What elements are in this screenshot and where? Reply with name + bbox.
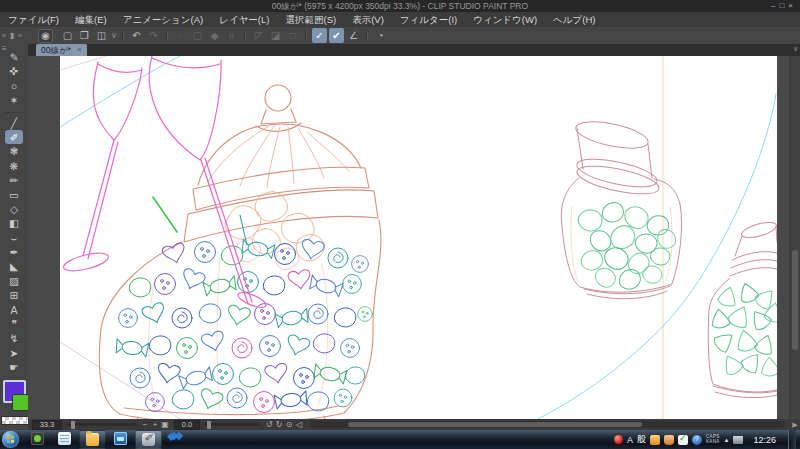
object-tool-icon[interactable]: ➤ [5, 346, 23, 360]
figure-tool-icon[interactable]: ◣ [5, 259, 23, 273]
caps-kana-indicator[interactable]: CAPS KANA [706, 435, 719, 444]
menu-item[interactable]: ファイル(F) [0, 12, 67, 27]
show-desktop-button[interactable] [788, 430, 796, 449]
horizontal-scrollbar[interactable] [310, 421, 784, 428]
divider[interactable] [4, 108, 24, 113]
sub-color-swatch[interactable] [12, 394, 29, 411]
ime-help-icon[interactable] [692, 435, 702, 445]
taskbar-app-blue-media[interactable] [108, 430, 133, 447]
pen-tool-icon[interactable]: ✎ [5, 50, 23, 64]
tray-notification-icon[interactable] [614, 435, 623, 444]
transparent-color-swatch[interactable] [1, 416, 29, 425]
zoom-value[interactable]: 33.3 [32, 420, 62, 430]
new-canvas-icon[interactable]: ▢ [60, 28, 75, 43]
divider[interactable] [122, 30, 124, 41]
airbrush-tool-icon[interactable]: ❃ [5, 144, 23, 158]
taskbar-app-notepad[interactable] [52, 430, 77, 447]
ime-mode-indicator[interactable]: A [627, 435, 633, 445]
correction-line-tool-icon[interactable]: ↯ [5, 331, 23, 345]
divider[interactable] [244, 30, 246, 41]
ime-conversion-indicator[interactable]: 般 [637, 433, 646, 446]
ime-dictionary-icon[interactable] [678, 435, 688, 445]
tablet-driver-icon[interactable] [733, 436, 743, 444]
menu-item[interactable]: ヘルプ(H) [545, 12, 603, 27]
frame-border-tool-icon[interactable]: ⊞ [5, 288, 23, 302]
dock-collapse-left-icon[interactable]: « [0, 28, 8, 43]
clip-studio-support-icon[interactable]: ◔ [373, 28, 388, 43]
save-dropdown-icon[interactable]: ∨ [110, 28, 118, 43]
lasso-tool-icon[interactable]: ○ [5, 79, 23, 93]
eyedropper-tool-icon[interactable]: ╱ [5, 116, 23, 130]
decoration-tool-icon[interactable]: ❋ [5, 159, 23, 173]
rotation-value[interactable]: 0.0 [174, 420, 200, 430]
divider[interactable] [166, 30, 168, 41]
taskbar-app-explorer[interactable] [79, 430, 106, 449]
menu-item[interactable]: 選択範囲(S) [277, 12, 344, 27]
taskbar-app-green-tool[interactable] [25, 430, 50, 447]
open-file-icon[interactable]: ❒ [77, 28, 92, 43]
rotate-left-icon[interactable]: ↺ [264, 420, 274, 430]
snap-to-grid-icon[interactable]: ∠ [346, 28, 361, 43]
menu-item[interactable]: 編集(E) [67, 12, 115, 27]
tab-close-icon[interactable]: × [77, 44, 82, 56]
curve-tool-icon[interactable]: ⌣ [5, 231, 23, 245]
snap-to-special-ruler-icon[interactable]: ✔ [329, 28, 344, 43]
redo-icon[interactable]: ↷ [146, 28, 161, 43]
menu-item[interactable]: ウィンドウ(W) [465, 12, 545, 27]
balloon-tool-icon[interactable]: ❞ [5, 317, 23, 331]
show-hidden-icons-button[interactable]: ▲ [724, 437, 730, 443]
zoom-slider[interactable] [66, 423, 136, 426]
move-tool-icon[interactable]: ✜ [5, 64, 23, 78]
menu-item[interactable]: 表示(V) [344, 12, 392, 27]
text-tool-icon[interactable]: A [5, 303, 23, 317]
close-button[interactable]: × [788, 1, 797, 10]
snap-to-ruler-icon[interactable]: ✓ [312, 28, 327, 43]
reselect-icon[interactable]: ▢ [190, 28, 205, 43]
invert-selection-icon[interactable]: ◆ [207, 28, 222, 43]
maximize-button[interactable]: □ [779, 1, 788, 10]
undo-icon[interactable]: ↶ [129, 28, 144, 43]
menu-item[interactable]: アニメーション(A) [115, 12, 212, 27]
canvas-tab[interactable]: 00線が* × [36, 44, 87, 56]
tab-overflow-icon[interactable]: ∨ [793, 45, 798, 53]
fill-tool-icon[interactable]: ◧ [5, 216, 23, 230]
vertical-scrollbar-thumb[interactable] [792, 250, 798, 350]
menu-item[interactable]: フィルター(I) [392, 12, 465, 27]
taskbar-app-clip-studio[interactable] [135, 430, 162, 449]
pencil-tool-icon[interactable]: ✏ [5, 173, 23, 187]
reset-rotation-icon[interactable]: ⊙ [284, 420, 294, 430]
drawing-canvas[interactable] [60, 56, 777, 419]
vertical-scrollbar[interactable] [789, 56, 800, 419]
dock-handle-icon[interactable]: ▮ [8, 28, 16, 43]
transform-selection-icon[interactable]: ⌗ [224, 28, 239, 43]
save-icon[interactable]: ◫ [94, 28, 109, 43]
zoom-out-button[interactable]: − [140, 420, 150, 430]
fit-to-screen-button[interactable]: ▣ [160, 420, 170, 430]
eraser-tool-icon[interactable]: ◇ [5, 202, 23, 216]
zoom-in-button[interactable]: + [150, 420, 160, 430]
clear-selection-icon[interactable]: □ [285, 28, 300, 43]
soft-eraser-tool-icon[interactable]: ▭ [5, 188, 23, 202]
rotation-slider[interactable] [204, 423, 260, 426]
blend-tool-icon[interactable]: ✒ [5, 245, 23, 259]
taskbar-app-dropbox[interactable] [164, 430, 189, 447]
fill-selection-icon[interactable]: ◪ [268, 28, 283, 43]
selection-launcher-icon[interactable]: ◸ [251, 28, 266, 43]
statusbar-overflow-icon[interactable]: ▶ [790, 421, 800, 429]
dock-collapse-right-icon[interactable]: » [16, 28, 24, 43]
gradient-tool-icon[interactable]: ▨ [5, 274, 23, 288]
flip-horizontal-icon[interactable]: ◁ [294, 420, 304, 430]
start-button[interactable] [2, 431, 19, 448]
deselect-icon[interactable]: ◌ [173, 28, 188, 43]
ime-pad-icon[interactable] [664, 435, 674, 445]
hand-tool-icon[interactable]: ☛ [5, 360, 23, 374]
ime-tools-icon[interactable] [650, 435, 660, 445]
brush-tool-icon[interactable]: ✐ [5, 130, 23, 144]
divider[interactable] [366, 30, 368, 41]
clip-studio-logo-icon[interactable]: ◉ [38, 29, 53, 43]
menu-item[interactable]: レイヤー(L) [211, 12, 277, 27]
rotate-right-icon[interactable]: ↻ [274, 420, 284, 430]
horizontal-scrollbar-thumb[interactable] [348, 422, 642, 427]
magic-wand-tool-icon[interactable]: ✶ [5, 93, 23, 107]
divider[interactable] [305, 30, 307, 41]
